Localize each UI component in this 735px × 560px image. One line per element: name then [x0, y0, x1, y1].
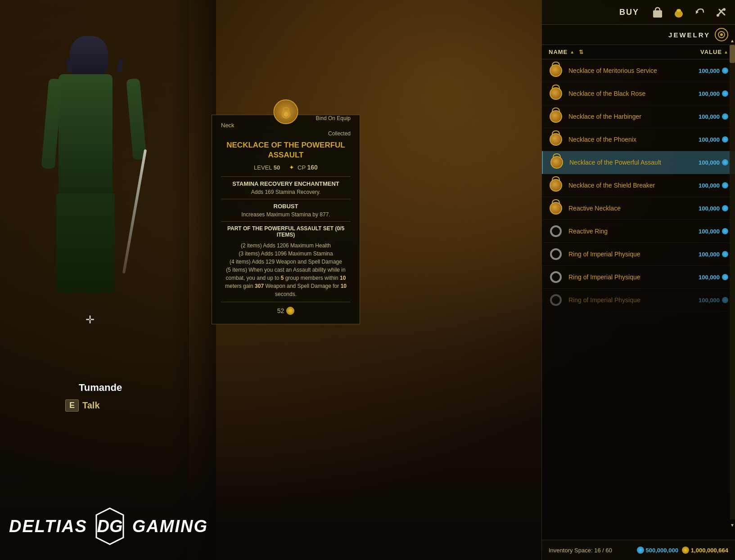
necklace-icon-1 [550, 64, 562, 77]
ring-icon-8 [550, 225, 562, 237]
blue-coin-icon [637, 547, 644, 554]
svg-point-2 [284, 112, 288, 116]
header-value-col: VALUE [700, 49, 722, 55]
item-coin-3 [722, 113, 728, 120]
item-coin-11 [722, 297, 728, 303]
gold-bag-icon-button[interactable] [672, 5, 686, 19]
scrollbar-down[interactable]: ▼ [730, 521, 735, 529]
tooltip-level-row: LEVEL 50 ✦ CP 160 [221, 164, 351, 171]
svg-point-12 [720, 33, 723, 36]
scrollbar-up[interactable]: ▲ [730, 37, 735, 44]
gold-coin-icon [682, 547, 689, 554]
item-icon-1 [549, 63, 563, 78]
tools-icon-button[interactable] [714, 5, 728, 19]
interact-key: E [65, 399, 79, 412]
svg-text:DG: DG [97, 517, 122, 536]
item-icon-10 [549, 270, 563, 284]
scrollbar-thumb[interactable] [730, 45, 735, 63]
item-coin-8 [722, 228, 728, 234]
item-icon-3 [549, 109, 563, 124]
shop-item-7[interactable]: Reactive Necklace 100,000 [542, 197, 735, 220]
item-icon-8 [549, 224, 563, 238]
shop-panel: BUY [541, 0, 735, 560]
currency-blue: 500,000,000 [637, 547, 678, 554]
undo-icon-button[interactable] [693, 5, 707, 19]
necklace-icon-3 [550, 110, 562, 123]
npc-name: Tumande [79, 382, 122, 394]
item-coin-7 [722, 205, 728, 211]
currency-gold: 1,000,000,664 [682, 547, 728, 554]
svg-point-9 [717, 14, 719, 17]
cp-icon: ✦ [289, 164, 294, 171]
item-coin-4 [722, 136, 728, 143]
tooltip-collected: Collected [328, 130, 351, 137]
shop-category-bar: JEWELRY [542, 25, 735, 45]
shop-item-3[interactable]: Necklace of the Harbinger 100,000 [542, 105, 735, 128]
interact-label: Talk [82, 400, 100, 411]
necklace-icon-2 [550, 87, 562, 100]
tooltip-trait-name: ROBUST [221, 203, 351, 210]
item-value-11: 100,000 [699, 297, 720, 304]
shop-item-9[interactable]: Ring of Imperial Physique 100,000 [542, 243, 735, 266]
footer-inventory: Inventory Space: 16 / 60 [549, 547, 612, 554]
tooltip-item-icon [274, 99, 298, 124]
branding: DELTIAS DG GAMING [9, 506, 208, 547]
shop-item-4[interactable]: Necklace of the Phoenix 100,000 [542, 128, 735, 151]
item-coin-6 [722, 182, 728, 188]
shop-item-list: Necklace of Meritorious Service 100,000 … [542, 59, 735, 538]
item-value-3: 100,000 [699, 113, 720, 120]
jewelry-category-icon[interactable] [715, 28, 728, 41]
header-sort-toggle[interactable]: ⇅ [579, 49, 584, 55]
tooltip-level-value: 50 [274, 164, 280, 171]
shop-footer: Inventory Space: 16 / 60 500,000,000 1,0… [542, 540, 735, 560]
currency-blue-value: 500,000,000 [646, 547, 678, 554]
item-name-11: Ring of Imperial Physique [568, 296, 699, 304]
character-body [59, 74, 113, 200]
item-name-9: Ring of Imperial Physique [568, 251, 699, 258]
shop-item-1[interactable]: Necklace of Meritorious Service 100,000 [542, 59, 735, 82]
header-value-sort[interactable]: ▲ [724, 49, 728, 54]
item-value-2: 100,000 [699, 90, 720, 97]
svg-point-10 [723, 8, 726, 11]
item-coin-5 [722, 159, 728, 166]
crosshair: ✛ [86, 314, 95, 326]
bag-icon-button[interactable] [650, 5, 665, 19]
shop-item-5[interactable]: Necklace of the Powerful Assault 100,000 [542, 151, 735, 174]
tooltip-cp-row: ✦ CP 160 [289, 164, 318, 171]
tooltip-bind: Bind On Equip [316, 115, 351, 130]
necklace-icon-6 [550, 179, 562, 192]
npc-interact-prompt[interactable]: E Talk [65, 399, 100, 412]
set-5-highlight-10m: 10 [340, 275, 346, 281]
item-icon-5 [550, 155, 564, 170]
item-coin-9 [722, 251, 728, 257]
header-name-col[interactable]: NAME ▲ ⇅ [549, 49, 700, 55]
character-ear-right [117, 58, 123, 72]
shop-item-10[interactable]: Ring of Imperial Physique 100,000 [542, 266, 735, 289]
item-value-5: 100,000 [699, 159, 720, 166]
item-name-2: Necklace of the Black Rose [568, 90, 699, 97]
shop-item-6[interactable]: Necklace of the Shield Breaker 100,000 [542, 174, 735, 197]
tooltip-set-name: PART OF THE POWERFUL ASSAULT SET (0/5 IT… [221, 225, 351, 238]
necklace-icon-4 [550, 133, 562, 146]
shop-item-2[interactable]: Necklace of the Black Rose 100,000 [542, 82, 735, 105]
ring-icon-11 [550, 294, 562, 306]
character-head [70, 36, 108, 79]
tooltip-cp-value: 160 [307, 164, 318, 171]
tooltip-item-name: NECKLACE OF THE POWERFUL ASSAULT [221, 140, 351, 160]
sort-arrow: ▲ [570, 49, 575, 54]
tooltip-enchant-desc: Adds 169 Stamina Recovery. [221, 189, 351, 195]
item-name-8: Reactive Ring [568, 228, 699, 235]
shop-item-11[interactable]: Ring of Imperial Physique 100,000 [542, 289, 735, 312]
item-tooltip: Neck Bind On Equip Collected NECKLACE OF… [212, 115, 360, 324]
shop-topbar: BUY [542, 0, 735, 25]
item-value-1: 100,000 [699, 67, 720, 74]
shop-item-8[interactable]: Reactive Ring 100,000 [542, 220, 735, 243]
item-value-9: 100,000 [699, 251, 720, 258]
category-label: JEWELRY [668, 31, 710, 39]
set-bonus-3items: (3 items) Adds 1096 Maximum Stamina [221, 250, 351, 258]
scrollbar[interactable]: ▲ ▼ [730, 45, 735, 520]
item-name-3: Necklace of the Harbinger [568, 113, 699, 120]
brand-gaming: GAMING [132, 517, 208, 536]
tooltip-coin-icon [286, 307, 294, 315]
set-5-highlight-5: 5 [281, 275, 284, 281]
